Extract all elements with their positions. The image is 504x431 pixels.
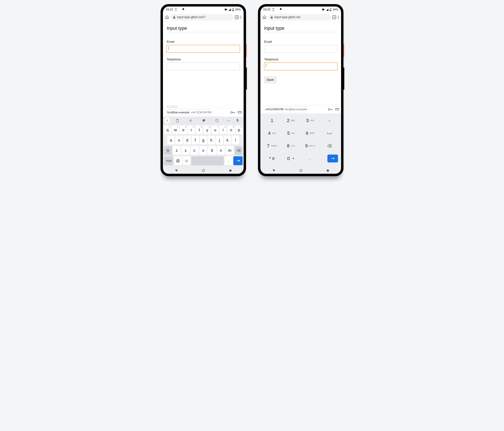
key--[interactable]: -	[320, 115, 339, 125]
address-bar[interactable]: input-type.glitch.me/?	[171, 14, 233, 20]
key-.[interactable]: .	[300, 154, 319, 163]
enter-key[interactable]	[233, 156, 243, 165]
enter-key[interactable]	[327, 155, 338, 162]
key-d[interactable]: d	[183, 136, 191, 145]
key-*#[interactable]: * #	[262, 154, 281, 163]
svg-point-29	[338, 18, 339, 19]
key-c[interactable]: c	[190, 146, 198, 155]
svg-rect-24	[330, 8, 331, 9]
address-bar[interactable]: input-type.glitch.me	[268, 14, 331, 20]
email-field[interactable]	[264, 45, 337, 53]
telephone-field[interactable]	[167, 63, 240, 70]
home-icon[interactable]	[165, 15, 169, 19]
gear-icon[interactable]	[184, 119, 197, 122]
key-n[interactable]: n	[217, 146, 225, 155]
key-s[interactable]: s	[175, 136, 183, 145]
key-e[interactable]: e3	[180, 125, 187, 134]
key-f[interactable]: f	[192, 136, 199, 145]
palette-icon[interactable]	[197, 119, 210, 122]
back-icon[interactable]	[272, 169, 275, 172]
key-5[interactable]: 5JKL	[282, 128, 301, 138]
card-icon[interactable]	[335, 108, 339, 111]
at-key[interactable]: @	[174, 156, 182, 165]
autofill-bar: foo@bar.example +44 1234 56789	[163, 108, 244, 117]
svg-rect-31	[335, 108, 339, 111]
key-a[interactable]: a	[167, 136, 175, 145]
status-bar: 19:23 ⏳ 34%	[260, 7, 341, 13]
clipboard-icon[interactable]	[171, 119, 184, 122]
key-g[interactable]: g	[200, 136, 207, 145]
power-button[interactable]	[246, 44, 247, 57]
key-icon[interactable]	[328, 108, 332, 111]
key-x[interactable]: x	[181, 146, 189, 155]
shift-key[interactable]	[164, 146, 172, 155]
wifi-icon	[322, 9, 325, 11]
key-icon[interactable]	[231, 111, 235, 114]
key-t[interactable]: t5	[196, 125, 203, 134]
key-b[interactable]: b	[208, 146, 216, 155]
key-6[interactable]: 6MNO	[301, 128, 320, 138]
card-icon[interactable]	[238, 111, 242, 114]
home-icon[interactable]	[262, 15, 266, 19]
key-q[interactable]: q1	[164, 125, 171, 134]
key-k[interactable]: k	[224, 136, 231, 145]
home-nav-icon[interactable]	[202, 169, 205, 172]
key-3[interactable]: 3DEF	[301, 115, 320, 125]
key-w[interactable]: w2	[172, 125, 179, 134]
save-button-partial[interactable]	[167, 105, 177, 108]
power-button[interactable]	[343, 44, 344, 57]
key-i[interactable]: i8	[220, 125, 227, 134]
backspace-key[interactable]	[234, 146, 243, 155]
numpad: 12ABC3DEF-4GHI5JKL6MNO7PQRS8TUV9WXYZ* #0…	[260, 113, 341, 167]
key-z[interactable]: z	[173, 146, 181, 155]
svg-rect-26	[271, 17, 272, 19]
autofill-suggestion[interactable]: +44123456789 foo@bar.example	[262, 106, 309, 112]
volume-button[interactable]	[246, 67, 247, 90]
key-p[interactable]: p0	[236, 125, 243, 134]
key-7[interactable]: 7PQRS	[262, 141, 282, 151]
sticker-icon[interactable]	[210, 119, 224, 122]
key-0[interactable]: 0+	[281, 154, 300, 163]
url-text: input-type.glitch.me	[274, 15, 300, 19]
key-9[interactable]: 9WXYZ	[301, 141, 320, 151]
key-j[interactable]: j	[216, 136, 223, 145]
period-key[interactable]: .	[225, 156, 232, 165]
back-icon[interactable]	[175, 169, 178, 172]
key-r[interactable]: r4	[188, 125, 195, 134]
key-2[interactable]: 2ABC	[282, 115, 301, 125]
more-icon[interactable]	[224, 120, 233, 121]
email-field[interactable]	[167, 45, 240, 53]
telephone-field[interactable]	[264, 63, 337, 70]
tab-switcher[interactable]: :D	[235, 15, 239, 19]
chevron-left-icon[interactable]	[164, 118, 170, 123]
menu-icon[interactable]	[338, 16, 339, 19]
recents-icon[interactable]	[326, 169, 329, 172]
menu-icon[interactable]	[240, 16, 241, 19]
key-m[interactable]: m	[226, 146, 234, 155]
recents-icon[interactable]	[229, 169, 232, 172]
key-h[interactable]: h	[208, 136, 215, 145]
key-1[interactable]: 1	[262, 115, 282, 125]
home-nav-icon[interactable]	[299, 169, 302, 172]
volume-button[interactable]	[343, 67, 344, 90]
key-l[interactable]: l	[232, 136, 239, 145]
svg-point-13	[203, 120, 203, 120]
key-y[interactable]: y6	[204, 125, 211, 134]
key-v[interactable]: v	[199, 146, 207, 155]
phone-left: 19:23 ⏳ 34% input-type.glitch.me/? :D In…	[161, 4, 246, 176]
svg-point-17	[227, 120, 227, 121]
emoji-key[interactable]: ☺	[183, 156, 190, 165]
tab-switcher[interactable]: :D	[332, 15, 336, 19]
key-8[interactable]: 8TUV	[282, 141, 301, 151]
save-button[interactable]: Save	[264, 76, 276, 83]
symbols-key[interactable]: ?123	[164, 156, 173, 165]
space-key[interactable]	[320, 128, 339, 138]
key-o[interactable]: o9	[227, 125, 235, 134]
space-key[interactable]	[191, 156, 224, 165]
keyboard-toolbar	[163, 117, 244, 124]
backspace-key[interactable]	[320, 141, 339, 151]
key-u[interactable]: u7	[212, 125, 219, 134]
mic-off-icon[interactable]	[233, 119, 242, 122]
autofill-suggestion[interactable]: foo@bar.example +44 1234 56789	[165, 110, 213, 115]
key-4[interactable]: 4GHI	[262, 128, 282, 138]
